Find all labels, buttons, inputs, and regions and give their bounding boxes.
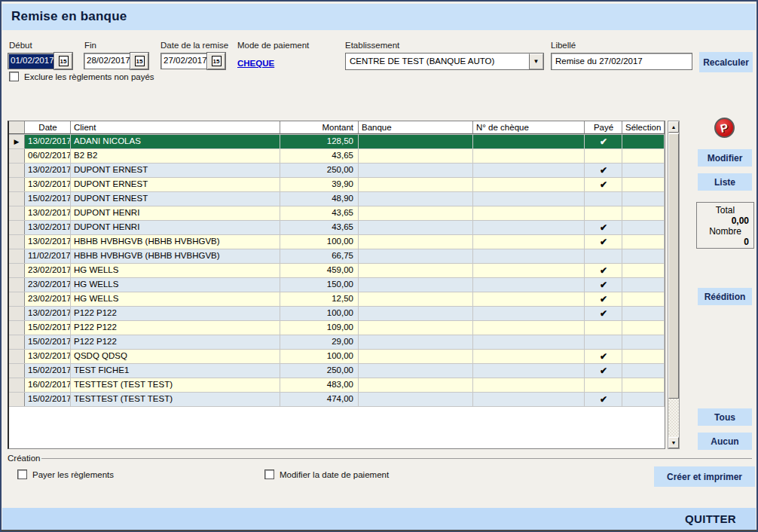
date-cell: 13/02/2017 [25, 178, 71, 191]
table-row[interactable]: 23/02/2017HG WELLS150,00✔ [9, 278, 665, 292]
table-row[interactable]: 15/02/2017TEST FICHE1250,00✔ [9, 364, 665, 378]
paye-cell [585, 206, 622, 220]
aucun-button[interactable]: Aucun [698, 433, 752, 450]
creer-et-imprimer-button[interactable]: Créer et imprimer [654, 466, 755, 487]
row-selector-cell[interactable] [9, 378, 25, 392]
fin-date-input[interactable]: 28/02/2017 [84, 53, 130, 69]
modifier-button[interactable]: Modifier [698, 149, 752, 167]
column-header-selection[interactable]: Sélection [622, 121, 665, 134]
modifier-date-checkbox[interactable] [264, 469, 274, 479]
remise-calendar-button[interactable]: 15 [207, 53, 225, 69]
cheque-cell [473, 164, 585, 177]
column-header-montant[interactable]: Montant [280, 121, 359, 134]
row-selector-cell[interactable] [9, 292, 25, 306]
banque-cell [359, 135, 473, 148]
p-icon-letter: P [720, 121, 729, 135]
table-row[interactable]: 23/02/2017HG WELLS459,00✔ [9, 264, 665, 278]
row-selector-cell[interactable] [9, 321, 25, 335]
client-cell: P122 P122 [71, 335, 280, 349]
row-selector-cell[interactable] [9, 249, 25, 263]
payer-reglements-checkbox[interactable] [17, 469, 27, 479]
row-selector-cell[interactable] [9, 192, 25, 206]
scroll-up-icon[interactable]: ▲ [668, 121, 679, 133]
cheque-cell [473, 364, 585, 378]
montant-cell: 43,65 [280, 149, 359, 163]
scrollbar-track[interactable] [668, 399, 679, 436]
row-selector-cell[interactable] [9, 278, 25, 292]
client-cell: DUPONT HENRI [71, 206, 280, 220]
paye-cell: ✔ [585, 350, 622, 363]
table-row[interactable]: 16/02/2017TESTTEST (TEST TEST)483,00 [9, 378, 665, 393]
row-selector-cell[interactable] [9, 264, 25, 277]
table-row[interactable]: 23/02/2017HG WELLS12,50✔ [9, 292, 665, 307]
table-row[interactable]: 13/02/2017HBHB HVBHGVB (HBHB HVBHGVB)100… [9, 235, 665, 249]
debut-label: Début [9, 41, 32, 50]
row-selector-cell[interactable] [9, 235, 25, 249]
quitter-button[interactable]: QUITTER [2, 508, 756, 530]
row-selector-cell[interactable] [9, 164, 25, 177]
table-row[interactable]: 11/02/2017HBHB HVBHGVB (HBHB HVBHGVB)66,… [9, 249, 665, 264]
table-row[interactable]: 13/02/2017DUPONT ERNEST39,90✔ [9, 178, 665, 192]
debut-calendar-button[interactable]: 15 [54, 53, 72, 69]
cheque-cell [473, 206, 585, 220]
montant-cell: 43,65 [280, 221, 359, 234]
row-selector-cell[interactable] [9, 178, 25, 191]
column-header-client[interactable]: Client [71, 121, 280, 134]
cheque-cell [473, 378, 585, 392]
scrollbar-thumb[interactable] [668, 133, 679, 399]
recalculer-button[interactable]: Recalculer [699, 52, 753, 72]
client-cell: DUPONT ERNEST [71, 178, 280, 191]
row-selector-cell[interactable] [9, 393, 25, 406]
libelle-input[interactable]: Remise du 27/02/2017 [551, 53, 692, 70]
table-scrollbar[interactable]: ▲ ▼ [668, 121, 680, 449]
banque-cell [359, 364, 473, 378]
reedition-button[interactable]: Réédition [698, 288, 752, 305]
table-row[interactable]: 13/02/2017P122 P122100,00✔ [9, 307, 665, 321]
etablissement-label: Etablissement [345, 41, 399, 50]
table-row[interactable]: 15/02/2017P122 P122109,00 [9, 321, 665, 335]
mode-paiement-link[interactable]: CHEQUE [237, 59, 274, 68]
table-row[interactable]: 13/02/2017DUPONT ERNEST250,00✔ [9, 164, 665, 178]
scroll-down-icon[interactable]: ▼ [668, 437, 679, 448]
table-row[interactable]: 13/02/2017DUPONT HENRI43,65✔ [9, 221, 665, 235]
fin-label: Fin [84, 41, 96, 50]
banque-cell [359, 235, 473, 249]
date-cell: 13/02/2017 [25, 221, 71, 234]
chevron-down-icon[interactable]: ▼ [529, 54, 543, 69]
column-header-cheque[interactable]: N° de chèque [473, 121, 585, 134]
selection-cell [622, 135, 665, 148]
date-cell: 13/02/2017 [25, 135, 71, 148]
etablissement-select[interactable]: CENTRE DE TEST (BANQUE AUTO) ▼ [345, 53, 544, 70]
remise-date-input[interactable]: 27/02/2017 [160, 53, 207, 69]
row-selector-cell[interactable] [9, 221, 25, 234]
tous-button[interactable]: Tous [698, 408, 752, 426]
row-selector-cell[interactable]: ▶ [9, 135, 25, 148]
row-selector-cell[interactable] [9, 307, 25, 320]
banque-cell [359, 264, 473, 277]
row-selector-cell[interactable] [9, 206, 25, 220]
row-selector-cell[interactable] [9, 350, 25, 363]
payment-p-icon[interactable]: P [714, 118, 735, 138]
row-selector-cell[interactable] [9, 149, 25, 163]
table-row[interactable]: ▶13/02/2017ADANI NICOLAS128,50✔ [9, 135, 665, 149]
table-row[interactable]: 15/02/2017DUPONT ERNEST48,90 [9, 192, 665, 206]
column-header-paye[interactable]: Payé [585, 121, 622, 134]
column-header-date[interactable]: Date [25, 121, 71, 134]
liste-button[interactable]: Liste [698, 173, 752, 191]
table-row[interactable]: 15/02/2017P122 P12229,00 [9, 335, 665, 350]
table-row[interactable]: 15/02/2017TESTTEST (TEST TEST)474,00✔ [9, 393, 665, 407]
table-row[interactable]: 13/02/2017QSDQ QDSQ100,00✔ [9, 350, 665, 364]
table-row[interactable]: 13/02/2017DUPONT HENRI43,65 [9, 206, 665, 221]
client-cell: HBHB HVBHGVB (HBHB HVBHGVB) [71, 235, 280, 249]
table-row[interactable]: 06/02/2017B2 B243,65 [9, 149, 665, 164]
row-selector-cell[interactable] [9, 364, 25, 378]
exclure-checkbox[interactable] [9, 72, 19, 81]
fin-calendar-button[interactable]: 15 [130, 53, 148, 69]
column-header-banque[interactable]: Banque [359, 121, 473, 134]
row-selector-cell[interactable] [9, 335, 25, 349]
paye-cell: ✔ [585, 135, 622, 148]
debut-date-input[interactable]: 01/02/2017 [8, 53, 54, 69]
montant-cell: 483,00 [280, 378, 359, 392]
client-cell: HG WELLS [71, 292, 280, 306]
selection-cell [622, 364, 665, 378]
